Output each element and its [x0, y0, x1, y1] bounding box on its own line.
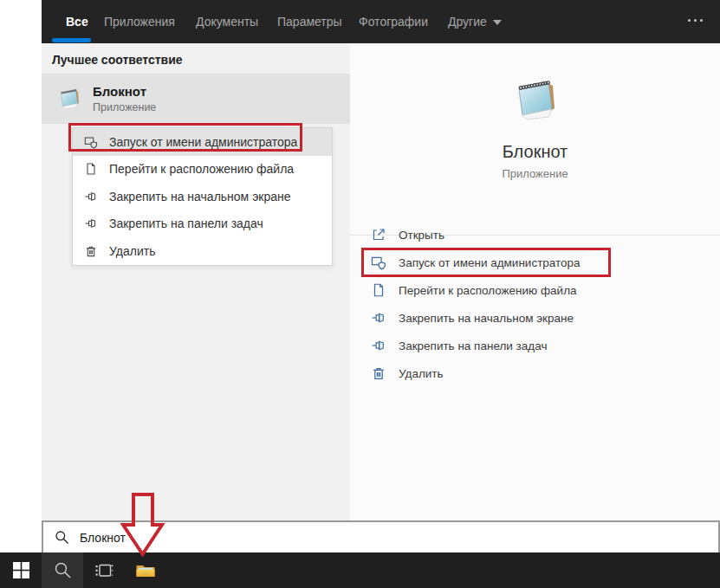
annotation-arrow-down-icon: [120, 492, 165, 558]
file-location-icon: [84, 162, 98, 176]
chevron-down-icon: [493, 20, 502, 25]
notepad-icon: [55, 85, 83, 113]
tab-apps[interactable]: Приложения: [104, 15, 175, 29]
tab-photos[interactable]: Фотографии: [359, 15, 428, 29]
pin-icon: [84, 190, 98, 204]
active-tab-underline: [52, 38, 91, 42]
action-run-as-admin[interactable]: Запуск от имени администратора: [350, 249, 720, 276]
open-icon: [371, 227, 386, 242]
menu-item-open-file-location[interactable]: Перейти к расположению файла: [73, 156, 332, 184]
best-match-title: Блокнот: [93, 84, 156, 99]
search-icon: [54, 561, 72, 579]
action-open[interactable]: Открыть: [350, 221, 720, 249]
pin-icon: [371, 338, 386, 353]
menu-item-pin-to-start[interactable]: Закрепить на начальном экране: [73, 183, 332, 210]
menu-item-pin-to-taskbar[interactable]: Закрепить на панели задач: [73, 210, 332, 238]
app-type: Приложение: [350, 167, 720, 180]
pin-icon: [371, 310, 386, 326]
start-button[interactable]: [0, 552, 42, 588]
task-view-icon: [94, 561, 114, 580]
best-match-result[interactable]: Блокнот Приложение: [42, 74, 350, 124]
tab-documents[interactable]: Документы: [196, 15, 258, 29]
file-location-icon: [371, 282, 386, 298]
run-as-admin-shield-icon: [84, 135, 98, 149]
trash-icon: [371, 365, 386, 381]
menu-item-uninstall[interactable]: Удалить: [73, 237, 332, 265]
action-pin-to-taskbar[interactable]: Закрепить на панели задач: [350, 332, 720, 359]
best-match-header: Лучшее соответствие: [52, 53, 183, 67]
notepad-icon: [508, 72, 563, 127]
tab-all[interactable]: Все: [66, 15, 88, 29]
best-match-subtitle: Приложение: [93, 101, 156, 113]
app-actions-list: Открыть Запуск от имени администратора П…: [350, 221, 720, 387]
run-as-admin-shield-icon: [371, 255, 386, 270]
tab-more[interactable]: Другие: [448, 15, 502, 29]
file-explorer-icon: [135, 560, 156, 581]
action-uninstall[interactable]: Удалить: [350, 359, 720, 387]
context-menu: Запуск от имени администратора Перейти к…: [72, 127, 333, 266]
results-panel: Лучшее соответствие: [42, 43, 350, 520]
menu-item-run-as-admin[interactable]: Запуск от имени администратора: [73, 128, 332, 156]
search-flyout-window: Все Приложения Документы Параметры Фотог…: [42, 0, 720, 520]
preview-panel: Блокнот Приложение Открыть Запуск от име…: [350, 43, 720, 520]
action-open-file-location[interactable]: Перейти к расположению файла: [350, 276, 720, 304]
windows-logo-icon: [13, 562, 29, 578]
file-explorer-button[interactable]: [125, 552, 166, 588]
action-pin-to-start[interactable]: Закрепить на начальном экране: [350, 304, 720, 332]
search-input[interactable]: [80, 531, 718, 545]
tab-settings[interactable]: Параметры: [277, 15, 342, 29]
task-view-button[interactable]: [83, 552, 125, 588]
taskbar-search-button[interactable]: [42, 552, 83, 588]
search-filter-tabbar: Все Приложения Документы Параметры Фотог…: [42, 0, 720, 43]
app-title: Блокнот: [350, 142, 720, 162]
taskbar: [0, 552, 720, 588]
trash-icon: [84, 244, 98, 258]
pin-icon: [84, 216, 98, 230]
app-header: Блокнот Приложение: [350, 72, 720, 236]
search-icon: [55, 530, 69, 545]
more-options-icon[interactable]: [688, 19, 703, 22]
